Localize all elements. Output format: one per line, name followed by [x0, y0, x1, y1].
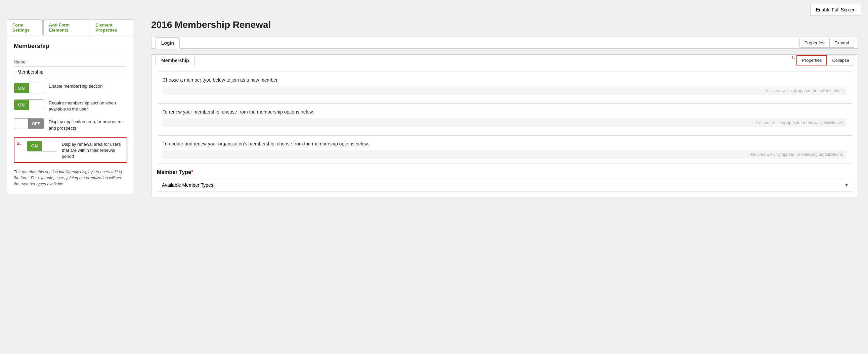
member-type-select[interactable]: Available Member Types: [157, 179, 852, 191]
toggle-display-application: OFF Display application area for new use…: [14, 118, 127, 131]
toggle-switch-display-application[interactable]: OFF: [14, 118, 44, 129]
member-type-label: Member Type*: [157, 169, 852, 175]
panel-title: Membership: [14, 43, 127, 54]
step-1-badge: 1.: [792, 55, 795, 65]
info-card-renewing-org: To update and renew your organization's …: [157, 135, 852, 164]
toggle-on-label: ON: [14, 83, 29, 93]
panel-footnote: The membership section intelligently dis…: [14, 169, 127, 187]
member-type-section: Member Type* Available Member Types ▼: [157, 169, 852, 191]
info-card-new-member-note: This area will only appear for new membe…: [163, 86, 846, 95]
required-star: *: [191, 169, 193, 175]
login-section: Login Properties Expand: [151, 37, 858, 49]
membership-tab-label: Membership: [156, 55, 194, 66]
toggle-require-membership: ON Require membership section when avail…: [14, 99, 127, 112]
login-tab-label: Login: [156, 37, 180, 49]
page-title: 2016 Membership Renewal: [151, 20, 858, 30]
membership-section-header: Membership 1. Properties Collapse: [152, 55, 858, 66]
toggle-off-label-3: OFF: [28, 119, 44, 129]
login-expand-button[interactable]: Expand: [829, 38, 854, 48]
tab-element-properties[interactable]: Element Properties: [90, 20, 134, 36]
membership-section-actions: 1. Properties Collapse: [792, 55, 858, 65]
page-wrapper: Enable Full Screen Form Settings Add For…: [0, 0, 868, 354]
tab-form-settings[interactable]: Form Settings: [7, 20, 43, 36]
toggle-switch-display-renewal[interactable]: ON: [27, 141, 57, 152]
name-field-group: Name:: [14, 59, 127, 77]
login-section-header: Login Properties Expand: [152, 37, 858, 49]
info-card-renewing-individual-note: This area will only appear for renewing …: [163, 118, 846, 127]
membership-section: Membership 1. Properties Collapse Choose…: [151, 55, 858, 197]
element-properties-panel: Membership Name: ON Enable membership se…: [7, 36, 134, 194]
toggle-on-part-3: [14, 119, 28, 129]
toggle-on-label-4: ON: [27, 141, 42, 151]
info-card-renewing-org-text: To update and renew your organization's …: [163, 140, 846, 148]
info-card-renewing-individual-text: To renew your membership, choose from th…: [163, 108, 846, 116]
tab-add-form-elements[interactable]: Add Form Elements: [43, 20, 89, 36]
login-section-actions: Properties Expand: [800, 38, 858, 48]
right-panel: 2016 Membership Renewal Login Properties…: [141, 20, 868, 354]
toggle-require-membership-label: Require membership section when availabl…: [49, 99, 127, 112]
toggle-off-part-2: [29, 100, 44, 110]
toggle-switch-require-membership[interactable]: ON: [14, 99, 44, 110]
toggle-enable-membership-label: Enable membership section: [49, 83, 102, 89]
login-properties-button[interactable]: Properties: [800, 38, 829, 48]
toggle-display-renewal: 2. ON Display renewal area for users tha…: [14, 137, 127, 163]
main-content: Form Settings Add Form Elements Element …: [0, 20, 868, 354]
info-card-renewing-individual: To renew your membership, choose from th…: [157, 103, 852, 132]
toggle-off-part: [29, 83, 44, 93]
membership-section-body: Choose a member type below to join as a …: [152, 66, 858, 197]
membership-collapse-button[interactable]: Collapse: [827, 55, 854, 65]
toggle-switch-enable-membership[interactable]: ON: [14, 83, 44, 93]
info-card-renewing-org-note: This area will only appear for renewing …: [163, 150, 846, 159]
name-input[interactable]: [14, 66, 127, 77]
toggle-display-renewal-label: Display renewal area for users that are …: [62, 141, 124, 160]
toggle-enable-membership: ON Enable membership section: [14, 83, 127, 93]
toggle-on-label-2: ON: [14, 100, 29, 110]
enable-fullscreen-button[interactable]: Enable Full Screen: [810, 4, 861, 15]
toggle-off-part-4: [42, 141, 57, 151]
member-type-select-wrapper: Available Member Types ▼: [157, 179, 852, 191]
info-card-new-member-text: Choose a member type below to join as a …: [163, 76, 846, 84]
info-card-new-member: Choose a member type below to join as a …: [157, 71, 852, 100]
step-2-badge: 2.: [17, 141, 21, 146]
name-label: Name:: [14, 59, 127, 64]
membership-properties-button[interactable]: Properties: [797, 55, 827, 65]
tabs-bar: Form Settings Add Form Elements Element …: [7, 20, 134, 36]
left-panel: Form Settings Add Form Elements Element …: [0, 20, 141, 354]
top-bar: Enable Full Screen: [0, 0, 868, 20]
toggle-display-application-label: Display application area for new users a…: [49, 118, 127, 131]
